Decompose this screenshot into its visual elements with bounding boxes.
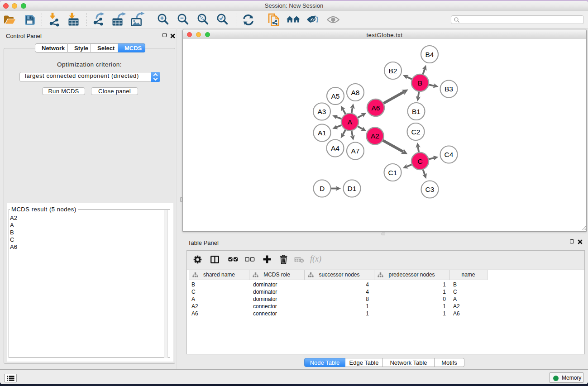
svg-text:A7: A7	[351, 147, 360, 155]
svg-text:A8: A8	[351, 89, 360, 96]
svg-text:A: A	[348, 118, 353, 126]
svg-text:B2: B2	[389, 67, 397, 75]
svg-text:A1: A1	[318, 129, 326, 137]
svg-text:C4: C4	[445, 151, 454, 158]
svg-text:B1: B1	[412, 108, 421, 115]
svg-text:A6: A6	[372, 104, 380, 112]
svg-text:A2: A2	[371, 132, 379, 140]
svg-text:C1: C1	[388, 169, 397, 176]
svg-text:C3: C3	[425, 186, 435, 193]
svg-text:A5: A5	[331, 92, 340, 100]
svg-text:B4: B4	[425, 51, 434, 58]
svg-text:A4: A4	[331, 144, 339, 152]
svg-text:C2: C2	[411, 128, 421, 136]
svg-text:C: C	[417, 157, 422, 165]
svg-text:D1: D1	[348, 185, 357, 192]
svg-text:B3: B3	[445, 85, 453, 93]
svg-text:B: B	[418, 79, 422, 87]
svg-text:A3: A3	[318, 108, 326, 115]
svg-text:D: D	[320, 185, 325, 192]
